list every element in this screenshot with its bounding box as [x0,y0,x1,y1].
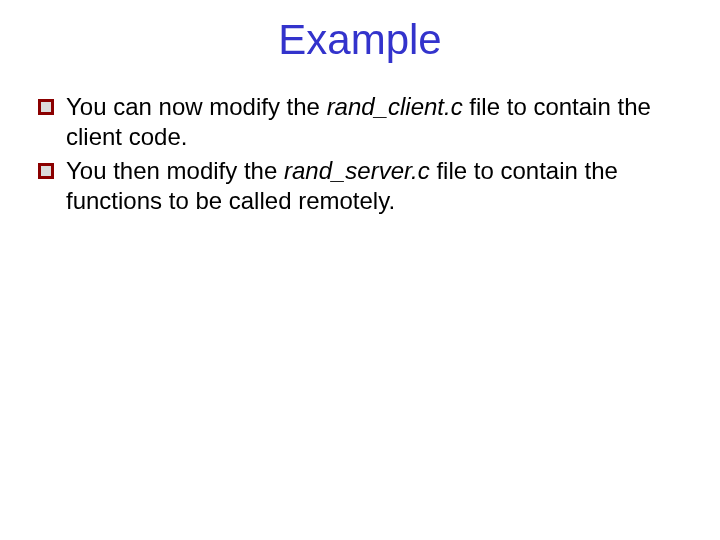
bullet-text: You can now modify the rand_client.c fil… [66,92,688,152]
bullet-filename: rand_server.c [284,157,430,184]
bullet-item: You then modify the rand_server.c file t… [38,156,688,216]
slide-title: Example [0,0,720,64]
slide: Example You can now modify the rand_clie… [0,0,720,540]
bullet-item: You can now modify the rand_client.c fil… [38,92,688,152]
bullet-text: You then modify the rand_server.c file t… [66,156,688,216]
square-bullet-icon [38,99,54,115]
slide-body: You can now modify the rand_client.c fil… [0,64,720,216]
bullet-filename: rand_client.c [327,93,463,120]
bullet-pre: You can now modify the [66,93,327,120]
bullet-pre: You then modify the [66,157,284,184]
square-bullet-icon [38,163,54,179]
